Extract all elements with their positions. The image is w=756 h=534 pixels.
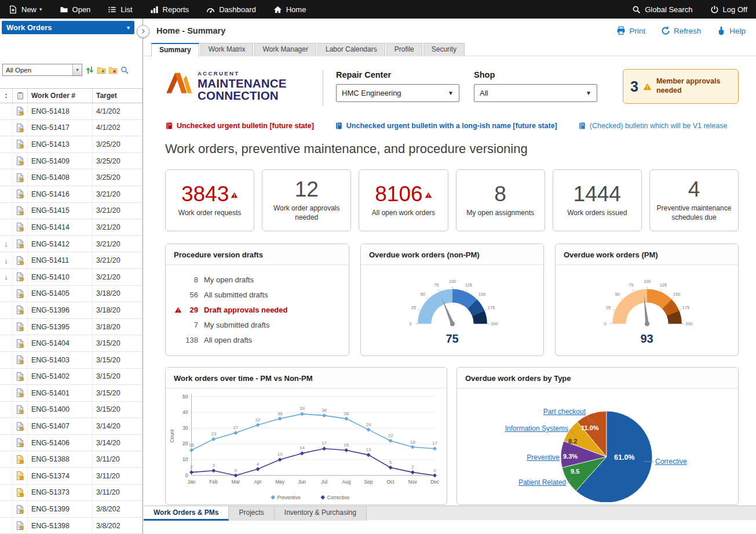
folder-filter-icon[interactable] [107,64,119,76]
work-order-number: ENG-51373 [28,485,93,501]
work-order-row[interactable]: ENG-514083/25/20 [0,169,143,186]
target-column-header[interactable]: Target [93,89,143,103]
gauge-wrap: 0255075100125150175200 75 [361,265,543,346]
nav-open[interactable]: Open [51,0,100,19]
pie-label-preventive[interactable]: Preventive [527,453,560,462]
nav-label: Global Search [645,5,692,14]
tab-security[interactable]: Security [423,43,465,56]
tab-work-matrix[interactable]: Work Matrix [200,43,254,56]
nav-global-search[interactable]: Global Search [623,0,701,19]
sort-priority-header[interactable] [0,89,13,103]
nav-log-off[interactable]: Log Off [702,0,756,19]
work-order-row[interactable]: ENG-514003/15/20 [0,402,143,419]
folder-add-icon[interactable] [96,64,107,76]
help-button[interactable]: Help [717,26,746,35]
work-order-row[interactable]: ENG-514043/15/20 [0,335,143,352]
refresh-button[interactable]: Refresh [661,26,701,35]
nav-dashboard[interactable]: Dashboard [198,0,265,19]
work-order-row[interactable]: ENG-514023/15/20 [0,369,143,386]
draft-stats-list: 8My open drafts56All submitted drafts29D… [166,265,349,347]
member-approvals-alert[interactable]: 3 Member approvals needed [623,69,739,104]
kpi-card-all-open-work-orders[interactable]: 8106All open work orders [359,169,448,231]
kpi-card-preventive-maintenance-schedules-due[interactable]: 4Preventive maintenance schedules due [649,169,739,231]
tab-summary[interactable]: Summary [151,43,199,57]
work-order-row[interactable]: ENG-513963/18/20 [0,302,143,319]
priority-cell [0,468,13,484]
work-order-grid-header: Work Order # Target [0,88,143,103]
pie-label-part-checkout[interactable]: Part checkout [543,408,586,416]
work-order-row[interactable]: ENG-514013/15/20 [0,385,143,402]
pie-chart [457,388,738,502]
work-order-row[interactable]: ENG-514174/1/202 [0,120,143,137]
kpi-card-work-order-requests[interactable]: 3843Work order requests [165,169,254,231]
work-order-row[interactable]: ENG-514033/15/20 [0,352,143,369]
work-order-column-header[interactable]: Work Order # [28,89,93,103]
tab-work-manager[interactable]: Work Manager [254,43,316,56]
nav-list[interactable]: List [99,0,141,19]
bulletins-row: Unchecked urgent bulletin [future state]… [165,121,739,130]
svg-text:36: 36 [277,411,283,416]
magnifier-icon[interactable] [119,64,130,76]
draft-stat-row[interactable]: 138All open drafts [169,332,344,347]
work-order-number: ENG-51418 [28,103,93,119]
pie-label-information-systems[interactable]: Information Systems [505,424,568,433]
nav-new[interactable]: New▾ [0,0,51,19]
bottom-tab-work-orders-pms[interactable]: Work Orders & PMs [144,506,229,521]
work-order-doc-icon [13,501,28,517]
kpi-value: 8106 [375,183,432,205]
nav-home[interactable]: Home [265,0,315,19]
work-order-row[interactable]: ↓ENG-514113/21/20 [0,252,143,269]
work-order-row[interactable]: ENG-514184/1/202 [0,103,143,120]
svg-text:200: 200 [685,321,692,326]
saved-filter-select[interactable]: All Open ▾ [2,64,82,76]
work-order-row[interactable]: ENG-514063/14/20 [0,435,143,452]
kpi-card-my-open-assignments[interactable]: 8My open assignments [456,169,545,231]
line-chart-body: 01020304050JanFebMarAprMayJunJulAugSepOc… [166,388,447,503]
bottom-tab-projects[interactable]: Projects [229,506,274,521]
kpi-number: 8106 [375,183,422,205]
pie-label-corrective[interactable]: Corrective [655,457,687,466]
work-order-row[interactable]: ENG-513953/18/20 [0,319,143,336]
work-order-row[interactable]: ENG-514073/14/20 [0,418,143,435]
bulletin-link[interactable]: Unchecked urgent bulletin with a long-is… [335,122,557,130]
draft-stat-row[interactable]: 8My open drafts [169,272,344,287]
print-button[interactable]: Print [616,26,645,35]
shop-select[interactable]: All ▼ [474,84,597,102]
tab-profile[interactable]: Profile [386,43,422,56]
svg-text:39: 39 [300,406,305,411]
draft-stat-row[interactable]: 56All submitted drafts [169,287,344,302]
work-order-row[interactable]: ENG-514143/21/20 [0,219,143,236]
kpi-card-work-order-approvals-needed[interactable]: 12Work order approvals needed [262,169,351,231]
work-order-row[interactable]: ENG-513743/11/20 [0,468,143,485]
work-order-row[interactable]: ENG-513733/11/20 [0,485,143,502]
work-order-row[interactable]: ↓ENG-514123/21/20 [0,236,143,253]
bulletin-link[interactable]: Unchecked urgent bulletin [future state] [165,122,314,130]
work-order-row[interactable]: ↓ENG-514103/21/20 [0,269,143,286]
draft-stat-row[interactable]: 7My submitted drafts [169,317,344,332]
work-order-row[interactable]: ENG-514053/18/20 [0,286,143,303]
repair-center-select[interactable]: HMC Engineering ▼ [336,84,459,102]
work-order-row[interactable]: ENG-514093/25/20 [0,153,143,170]
bottom-tab-inventory-purchasing[interactable]: Inventory & Purchasing [275,506,367,521]
tab-labor-calendars[interactable]: Labor Calendars [317,43,385,56]
sync-arrows-icon[interactable] [84,64,96,76]
work-order-row[interactable]: ENG-514133/25/20 [0,136,143,153]
pie-label-patient-related[interactable]: Patient Related [518,478,566,486]
work-order-row[interactable]: ENG-513883/11/20 [0,451,143,468]
collapse-panel-button[interactable] [137,25,149,38]
draft-stat-row[interactable]: 29Draft approvals needed [169,302,344,317]
svg-text:Nov: Nov [408,479,418,485]
nav-reports[interactable]: Reports [141,0,198,19]
kpi-card-work-orders-issued[interactable]: 1444Work orders issued [553,169,642,231]
bulletin-link[interactable]: (Checked) bulletin which will be V1 rele… [578,122,728,130]
work-order-row[interactable]: ENG-514153/21/20 [0,203,143,220]
module-selector[interactable]: Work Orders ▾ [2,21,134,34]
kpi-value: 4 [688,179,700,200]
target-date: 3/11/20 [93,468,143,484]
overdue-nonpm-card: Overdue work orders (non-PM) 02550751001… [360,244,544,356]
work-order-number: ENG-51399 [28,501,93,517]
work-order-row[interactable]: ENG-513983/8/202 [0,518,143,534]
work-order-row[interactable]: ENG-514163/21/20 [0,186,143,203]
assignment-column-header[interactable] [13,89,28,103]
work-order-row[interactable]: ENG-513993/8/202 [0,501,143,518]
